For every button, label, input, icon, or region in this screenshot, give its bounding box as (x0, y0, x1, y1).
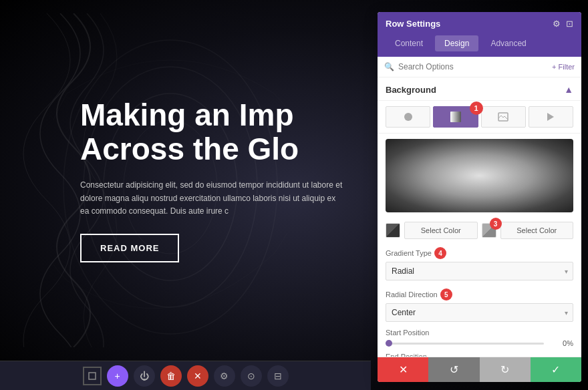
badge-5: 5 (440, 288, 452, 301)
gradient-type-label: Gradient Type 4 (386, 247, 573, 259)
gradient-type-row: Gradient Type 4 Radial Linear (378, 243, 581, 284)
svg-rect-4 (89, 373, 96, 379)
settings-icon[interactable]: ⚙ (553, 19, 561, 29)
color-row: Select Color 3 Select Color (378, 218, 581, 243)
gradient-type-select-wrapper: Radial Linear (386, 262, 573, 280)
svg-marker-8 (547, 113, 554, 121)
bg-type-image[interactable] (481, 106, 526, 128)
background-section-header: Background ▲ (378, 77, 581, 101)
tab-design[interactable]: Design (435, 35, 478, 51)
panel-header: Row Settings ⚙ ⊡ (378, 12, 581, 35)
section-collapse-icon[interactable]: ▲ (564, 84, 573, 95)
badge-3: 3 (490, 218, 502, 230)
save-icon: ✓ (551, 363, 560, 376)
color2-container: 3 (482, 223, 496, 238)
redo-button[interactable]: ↻ (480, 357, 531, 382)
radial-direction-row: Radial Direction 5 Center Top Left Top R… (378, 284, 581, 326)
undo-icon: ↺ (450, 363, 458, 376)
start-position-value: 0% (549, 339, 573, 347)
tab-content[interactable]: Content (386, 35, 432, 51)
color1-swatch[interactable] (386, 223, 400, 238)
search-icon: 🔍 (384, 62, 394, 71)
search-input[interactable] (398, 62, 548, 71)
svg-rect-6 (450, 112, 461, 122)
cancel-button[interactable]: ✕ (378, 357, 428, 382)
cancel-icon: ✕ (399, 363, 408, 376)
sub-text: Consectetur adipisicing elit, sed do eiu… (80, 179, 344, 218)
color1-container (386, 223, 400, 238)
bottom-toolbar: + ⏻ 🗑 ✕ ⚙ ⊙ ⊟ (0, 361, 371, 390)
panel-title: Row Settings (386, 19, 440, 29)
end-position-row: End Position 100% (378, 350, 581, 357)
start-position-row: Start Position 0% (378, 326, 581, 350)
panel-search-bar: 🔍 + Filter (378, 57, 581, 77)
tab-advanced[interactable]: Advanced (481, 35, 535, 51)
add-element-button[interactable]: + (107, 365, 128, 387)
background-type-row: 1 (378, 101, 581, 134)
badge-4: 4 (434, 247, 446, 259)
gradient-preview (386, 139, 573, 212)
radial-direction-select[interactable]: Center Top Left Top Right Bottom Left Bo… (386, 303, 573, 322)
start-position-track[interactable] (386, 343, 544, 345)
svg-point-5 (404, 113, 412, 121)
panel-tabs: Content Design Advanced (378, 35, 581, 57)
page-indicator (83, 367, 102, 385)
power-button[interactable]: ⏻ (134, 365, 155, 387)
expand-icon[interactable]: ⊡ (566, 19, 573, 29)
bg-type-color[interactable] (386, 106, 430, 128)
badge-1: 1 (470, 102, 483, 115)
close-button[interactable]: ✕ (187, 365, 208, 387)
panel-header-icons: ⚙ ⊡ (553, 19, 573, 29)
start-position-label: Start Position (386, 329, 573, 337)
row-settings-panel: Row Settings ⚙ ⊡ Content Design Advanced… (378, 12, 581, 382)
undo-button[interactable]: ↺ (428, 357, 479, 382)
canvas-content: Making an Imp Across the Glo Consectetur… (0, 0, 371, 361)
background-title: Background (386, 85, 436, 95)
bg-type-video[interactable] (529, 106, 573, 128)
select-color-2-button[interactable]: Select Color (500, 222, 574, 239)
panel-footer: ✕ ↺ ↻ ✓ (378, 357, 581, 382)
bg-type-gradient[interactable]: 1 (433, 106, 478, 128)
settings-button[interactable]: ⚙ (214, 365, 235, 387)
filter-button[interactable]: + Filter (552, 63, 575, 71)
history-button[interactable]: ⊙ (241, 365, 262, 387)
radial-direction-label: Radial Direction 5 (386, 288, 573, 301)
delete-button[interactable]: 🗑 (160, 365, 182, 387)
main-heading: Making an Imp Across the Glo (80, 98, 299, 166)
read-more-button[interactable]: READ MORE (80, 234, 179, 262)
gradient-type-select[interactable]: Radial Linear (386, 262, 573, 280)
panel-body: Background ▲ 1 (378, 77, 581, 357)
save-button[interactable]: ✓ (531, 357, 581, 382)
redo-icon: ↻ (500, 363, 509, 376)
start-position-slider-container: 0% (386, 339, 573, 347)
select-color-1-button[interactable]: Select Color (404, 222, 478, 239)
radial-direction-select-wrapper: Center Top Left Top Right Bottom Left Bo… (386, 303, 573, 322)
layout-button[interactable]: ⊟ (267, 365, 289, 387)
